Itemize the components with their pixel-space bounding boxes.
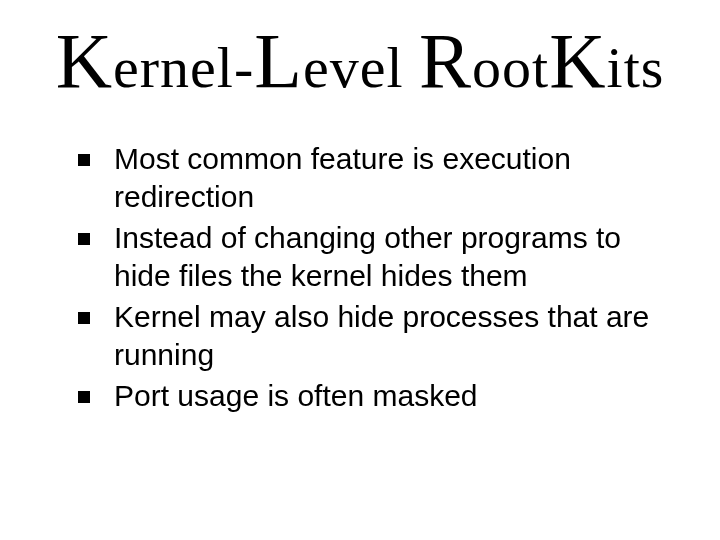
- slide-title: Kernel-Level RootKits: [0, 20, 720, 102]
- bullet-icon: [78, 312, 90, 324]
- title-frag-evel: evel: [303, 35, 419, 100]
- list-item: Port usage is often masked: [78, 377, 660, 415]
- title-frag-its: its: [607, 35, 665, 100]
- bullet-text: Most common feature is execution redirec…: [114, 140, 660, 215]
- title-frag-oot: oot: [472, 35, 549, 100]
- bullet-text: Kernel may also hide processes that are …: [114, 298, 660, 373]
- title-cap-l: L: [254, 17, 303, 104]
- slide: Kernel-Level RootKits Most common featur…: [0, 0, 720, 540]
- bullet-icon: [78, 233, 90, 245]
- title-frag-ernel: ernel: [113, 35, 234, 100]
- bullet-text: Port usage is often masked: [114, 377, 478, 415]
- list-item: Most common feature is execution redirec…: [78, 140, 660, 215]
- list-item: Instead of changing other programs to hi…: [78, 219, 660, 294]
- title-cap-k2: K: [549, 17, 606, 104]
- bullet-text: Instead of changing other programs to hi…: [114, 219, 660, 294]
- title-cap-r: R: [419, 17, 472, 104]
- list-item: Kernel may also hide processes that are …: [78, 298, 660, 373]
- bullet-list: Most common feature is execution redirec…: [78, 140, 660, 419]
- title-sep: -: [234, 35, 254, 100]
- title-cap-k1: K: [56, 17, 113, 104]
- bullet-icon: [78, 391, 90, 403]
- bullet-icon: [78, 154, 90, 166]
